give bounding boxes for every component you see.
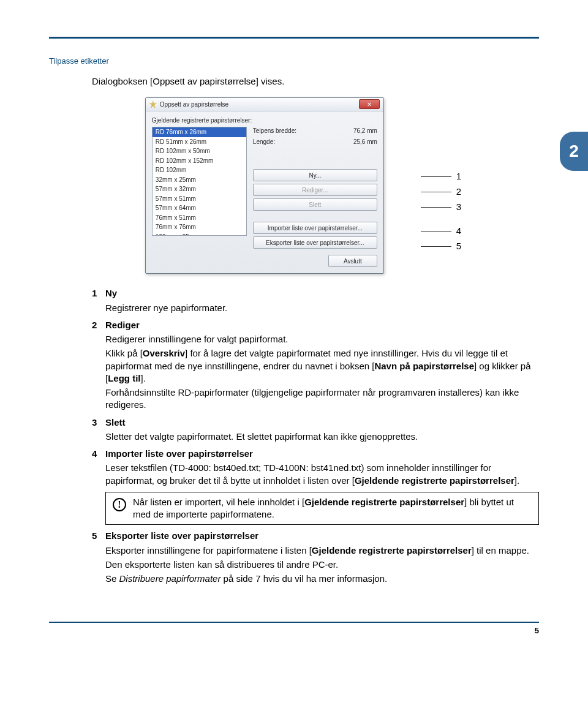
paper-size-listbox[interactable]: RD 76mm x 26mm RD 51mm x 26mm RD 102mm x… — [152, 127, 247, 236]
callout-4: 4 — [456, 225, 461, 237]
length-label: Lengde: — [253, 138, 275, 146]
dialog-title: Oppsett av papirstørrelse — [160, 100, 228, 109]
list-item[interactable]: RD 102mm — [153, 165, 246, 175]
dialog-titlebar: Oppsett av papirstørrelse ✕ — [146, 98, 383, 111]
close-button[interactable]: Avslutt — [328, 255, 377, 267]
section-header: Tilpasse etiketter — [49, 56, 539, 67]
callout-2: 2 — [456, 186, 461, 198]
item-5-header: 5Eksporter liste over papirstørrelser — [92, 530, 539, 542]
item-4-desc: Leser tekstfilen (TD-4000: bst40ed.txt; … — [105, 462, 539, 487]
item-4-header: 4Importer liste over papirstørrelser — [92, 448, 539, 460]
callouts: 1 2 3 4 5 — [384, 97, 461, 274]
callout-5: 5 — [456, 240, 461, 252]
warning-icon: ! — [113, 498, 126, 511]
callout-1: 1 — [456, 170, 461, 183]
export-button[interactable]: Eksporter liste over papirstørrelser... — [253, 236, 377, 249]
paper-size-dialog: Oppsett av papirstørrelse ✕ Gjeldende re… — [145, 97, 384, 274]
chapter-badge: 2 — [560, 132, 588, 171]
item-2-header: 2Rediger — [92, 319, 539, 331]
new-button[interactable]: Ny... — [253, 169, 377, 181]
list-item[interactable]: 57mm x 32mm — [153, 184, 246, 194]
item-3-desc: Sletter det valgte papirformatet. Et sle… — [105, 431, 539, 443]
list-item[interactable]: 76mm x 76mm — [153, 222, 246, 232]
item-2-desc: Redigerer innstillingene for valgt papir… — [105, 333, 539, 412]
page-number: 5 — [535, 625, 539, 636]
intro-text: Dialogboksen [Oppsett av papirstørrelse]… — [92, 75, 539, 88]
item-1-header: 1Ny — [92, 287, 539, 299]
list-item[interactable]: RD 102mm x 152mm — [153, 156, 246, 166]
delete-button[interactable]: Slett — [253, 198, 377, 211]
page-footer: 5 — [49, 622, 539, 636]
list-label: Gjeldende registrerte papirstørrelser: — [152, 116, 377, 125]
list-item[interactable]: 102mm x 25mm — [153, 232, 246, 236]
list-item[interactable]: RD 102mm x 50mm — [153, 146, 246, 156]
item-3-header: 3Slett — [92, 416, 539, 429]
list-item[interactable]: RD 51mm x 26mm — [153, 137, 246, 147]
list-item[interactable]: 57mm x 64mm — [153, 203, 246, 213]
close-icon[interactable]: ✕ — [359, 99, 380, 109]
width-label: Teipens bredde: — [253, 127, 296, 135]
import-note: ! Når listen er importert, vil hele innh… — [105, 492, 539, 525]
item-5-desc: Eksporter innstillingene for papirformat… — [105, 544, 539, 586]
list-item[interactable]: 57mm x 51mm — [153, 194, 246, 204]
item-1-desc: Registrerer nye papirformater. — [105, 302, 539, 314]
width-value: 76,2 mm — [353, 127, 377, 135]
app-icon — [149, 100, 157, 108]
list-item[interactable]: RD 76mm x 26mm — [153, 127, 246, 137]
length-value: 25,6 mm — [353, 138, 377, 146]
import-button[interactable]: Importer liste over papirstørrelser... — [253, 222, 377, 234]
edit-button[interactable]: Rediger... — [253, 184, 377, 196]
list-item[interactable]: 76mm x 51mm — [153, 213, 246, 223]
callout-3: 3 — [456, 201, 461, 213]
list-item[interactable]: 32mm x 25mm — [153, 175, 246, 185]
